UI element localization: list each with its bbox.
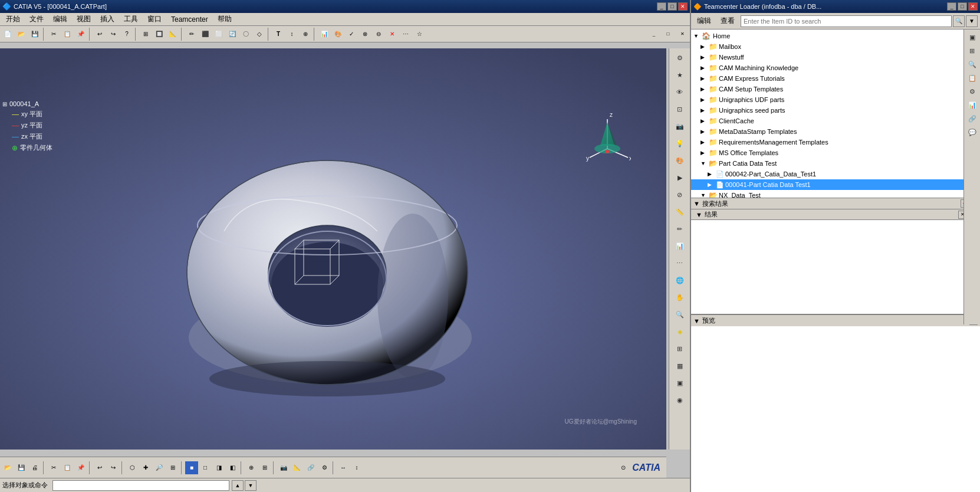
bt-snap2[interactable]: ⊕ bbox=[245, 461, 258, 474]
tc-msoffice[interactable]: ▶ 📁 MS Office Templates bbox=[691, 147, 980, 158]
tb-sketch[interactable]: ✏ bbox=[185, 28, 198, 41]
tb-cut[interactable]: ✂ bbox=[47, 28, 60, 41]
tc-newstuff[interactable]: ▶ 📁 Newstuff bbox=[691, 52, 980, 63]
bt-redo[interactable]: ↪ bbox=[107, 461, 120, 474]
bt-print[interactable]: 🖨 bbox=[28, 461, 41, 474]
bt-move[interactable]: ✚ bbox=[139, 461, 152, 474]
tree-yz[interactable]: — yz 平面 bbox=[12, 120, 80, 131]
status-input[interactable] bbox=[52, 480, 229, 491]
tb-open[interactable]: 📂 bbox=[15, 28, 28, 41]
tc-icon-4[interactable]: 📋 bbox=[966, 71, 979, 84]
bt-ref2[interactable]: 🔗 bbox=[304, 461, 317, 474]
rt-annotate[interactable]: ✏ bbox=[672, 221, 688, 237]
rt-section[interactable]: ⊘ bbox=[672, 186, 688, 203]
tc-edit-label[interactable]: 编辑 bbox=[693, 15, 715, 27]
tc-icon-2[interactable]: ⊞ bbox=[966, 44, 979, 57]
rt-fit[interactable]: ⊞ bbox=[672, 340, 688, 357]
tc-cam-setup-expand[interactable]: ▶ bbox=[701, 86, 708, 92]
tb-ref[interactable]: ⊕ bbox=[299, 28, 312, 41]
tc-minimize-btn[interactable]: _ bbox=[947, 2, 956, 11]
tb-copy[interactable]: 📋 bbox=[61, 28, 74, 41]
catia-restore-btn[interactable]: □ bbox=[667, 2, 677, 11]
bt-save[interactable]: 💾 bbox=[15, 461, 28, 474]
bt-extra3[interactable]: ↔ bbox=[337, 461, 350, 474]
rt-material[interactable]: 🎨 bbox=[672, 152, 688, 169]
menu-edit[interactable]: 编辑 bbox=[48, 13, 72, 25]
bt-extra4[interactable]: ↕ bbox=[350, 461, 363, 474]
rt-view1[interactable]: 👁 bbox=[672, 84, 688, 100]
rt-measure[interactable]: 📏 bbox=[672, 204, 688, 220]
tb-dimension[interactable]: ↕ bbox=[285, 28, 298, 41]
menu-tools[interactable]: 工具 bbox=[119, 13, 143, 25]
tc-000042-expand[interactable]: ▶ bbox=[708, 171, 715, 177]
tree-root[interactable]: ⊞ 000041_A bbox=[2, 99, 80, 109]
bt-hide[interactable]: ◨ bbox=[212, 461, 225, 474]
bt-extra2[interactable]: ⚙ bbox=[318, 461, 331, 474]
tb-revolve[interactable]: 🔄 bbox=[226, 28, 239, 41]
bt-extra5[interactable]: ⊙ bbox=[617, 461, 630, 474]
rt-display3[interactable]: ◉ bbox=[672, 392, 688, 408]
tb-more[interactable]: ⋯ bbox=[399, 28, 412, 41]
tc-000042[interactable]: ▶ 📄 000042-Part_Catia_Data_Test1 bbox=[691, 169, 980, 179]
menu-file[interactable]: 文件 bbox=[25, 13, 48, 25]
tc-metadata-expand[interactable]: ▶ bbox=[701, 129, 708, 135]
tree-zx[interactable]: — zx 平面 bbox=[12, 131, 80, 142]
menu-start[interactable]: 开始 bbox=[1, 13, 25, 25]
rt-zoom[interactable]: 🔍 bbox=[672, 306, 688, 323]
tc-icon-7[interactable]: 🔗 bbox=[966, 112, 979, 125]
bt-open[interactable]: 📂 bbox=[1, 461, 14, 474]
tc-clientcache-expand[interactable]: ▶ bbox=[701, 118, 708, 124]
tb-boolean[interactable]: ⊗ bbox=[359, 28, 371, 41]
tb-boolean2[interactable]: ⊖ bbox=[372, 28, 385, 41]
tc-requirements[interactable]: ▶ 📁 RequirementsManagement Templates bbox=[691, 137, 980, 147]
menu-window[interactable]: 窗口 bbox=[143, 13, 166, 25]
menu-view[interactable]: 视图 bbox=[72, 13, 96, 25]
tb-text[interactable]: T bbox=[272, 28, 285, 41]
menu-help[interactable]: 帮助 bbox=[213, 13, 236, 25]
tc-cam-machining-expand[interactable]: ▶ bbox=[701, 65, 708, 71]
tc-cam-express[interactable]: ▶ 📁 CAM Express Tutorials bbox=[691, 73, 980, 84]
tb-help[interactable]: ? bbox=[120, 28, 133, 41]
tb-new[interactable]: 📄 bbox=[1, 28, 14, 41]
bt-grid2[interactable]: ⊞ bbox=[258, 461, 271, 474]
tc-nx-data-expand[interactable]: ▼ bbox=[701, 192, 708, 198]
tc-ug-udf-expand[interactable]: ▶ bbox=[701, 97, 708, 103]
tb-fillet[interactable]: 〇 bbox=[239, 28, 252, 41]
tc-msoffice-expand[interactable]: ▶ bbox=[701, 150, 708, 156]
rt-pan[interactable]: ✋ bbox=[672, 289, 688, 306]
tc-home-item[interactable]: ▼ 🏠 Home bbox=[691, 31, 980, 41]
tc-close-btn[interactable]: ✕ bbox=[968, 2, 978, 11]
bt-cut[interactable]: ✂ bbox=[47, 461, 60, 474]
rt-settings[interactable]: ⚙ bbox=[672, 50, 688, 66]
tb-win-minimize[interactable]: _ bbox=[647, 28, 660, 41]
rt-display[interactable]: ▦ bbox=[672, 357, 688, 374]
tc-ug-udf[interactable]: ▶ 📁 Unigraphics UDF parts bbox=[691, 94, 980, 105]
tb-measure[interactable]: 📐 bbox=[166, 28, 179, 41]
tb-save[interactable]: 💾 bbox=[28, 28, 41, 41]
tb-check[interactable]: ✓ bbox=[345, 28, 358, 41]
tc-clientcache[interactable]: ▶ 📁 ClientCache bbox=[691, 116, 980, 126]
tc-search-input[interactable] bbox=[741, 15, 952, 27]
tc-ug-seed[interactable]: ▶ 📁 Unigraphics seed parts bbox=[691, 105, 980, 116]
tb-snap[interactable]: 🔲 bbox=[153, 28, 166, 41]
rt-zoom2[interactable]: ◈ bbox=[672, 323, 688, 340]
tc-section-expand[interactable]: ▼ bbox=[693, 200, 700, 207]
tc-home-expand[interactable]: ▼ bbox=[693, 33, 701, 39]
tb-delete[interactable]: ✕ bbox=[386, 28, 399, 41]
bt-paste[interactable]: 📌 bbox=[74, 461, 87, 474]
tc-restore-btn[interactable]: □ bbox=[958, 2, 967, 11]
tc-000041-expand[interactable]: ▶ bbox=[708, 182, 715, 188]
status-btn1[interactable]: ▲ bbox=[232, 480, 244, 491]
rt-view2[interactable]: ⊡ bbox=[672, 101, 688, 117]
tb-analysis[interactable]: 📊 bbox=[318, 28, 331, 41]
tb-paste[interactable]: 📌 bbox=[74, 28, 87, 41]
bt-wire[interactable]: □ bbox=[199, 461, 212, 474]
tc-part-catia[interactable]: ▼ 📂 Part Catia Data Test bbox=[691, 158, 980, 169]
tc-newstuff-expand[interactable]: ▶ bbox=[701, 54, 708, 60]
bt-camera2[interactable]: 📷 bbox=[277, 461, 290, 474]
tc-search-button[interactable]: 🔍 bbox=[953, 15, 965, 27]
bt-sketch[interactable]: ⬡ bbox=[126, 461, 139, 474]
bt-fit2[interactable]: ⊞ bbox=[166, 461, 179, 474]
tc-results-expand[interactable]: ▼ bbox=[696, 211, 702, 218]
rt-orbit[interactable]: 🌐 bbox=[672, 272, 688, 288]
